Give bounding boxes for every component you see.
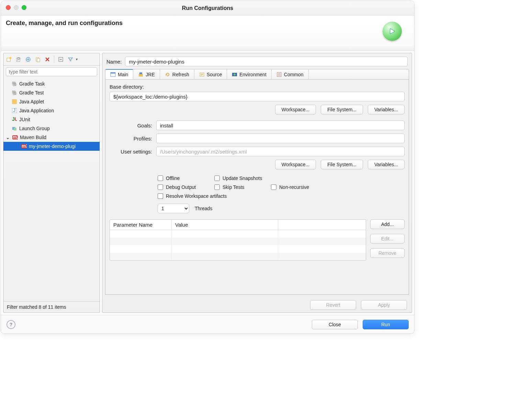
file-system-button[interactable]: File System... bbox=[321, 105, 363, 114]
run-badge-icon bbox=[383, 22, 402, 41]
close-button[interactable]: Close bbox=[312, 320, 358, 329]
svg-rect-6 bbox=[37, 58, 40, 62]
chevron-down-icon[interactable]: ⌄ bbox=[5, 135, 10, 140]
user-settings-buttons: Workspace... File System... Variables... bbox=[110, 160, 405, 169]
jre-tab-icon bbox=[138, 72, 144, 77]
profiles-input[interactable] bbox=[156, 134, 405, 143]
name-input[interactable] bbox=[125, 57, 408, 66]
goals-input[interactable] bbox=[156, 121, 405, 130]
close-window-icon[interactable] bbox=[6, 5, 11, 10]
variables-button-2[interactable]: Variables... bbox=[368, 160, 405, 169]
tree-item-java-applet[interactable]: Java Applet bbox=[3, 97, 100, 106]
run-button[interactable]: Run bbox=[363, 320, 409, 329]
tab-main[interactable]: Main bbox=[105, 69, 133, 79]
checkbox-grid: Offline Update Snapshots Debug Output Sk… bbox=[110, 175, 405, 199]
config-tree[interactable]: 🐘Gradle Task 🐘Gradle Test Java Applet JJ… bbox=[3, 78, 100, 301]
svg-point-24 bbox=[234, 73, 236, 76]
base-directory-input[interactable] bbox=[110, 92, 405, 101]
gradle-icon: 🐘 bbox=[12, 90, 17, 95]
filter-input[interactable] bbox=[6, 67, 97, 76]
footer-buttons: Close Run bbox=[312, 320, 409, 329]
tab-jre[interactable]: JRE bbox=[133, 69, 160, 79]
table-row[interactable] bbox=[110, 230, 366, 238]
delete-icon[interactable] bbox=[43, 55, 52, 64]
goals-row: Goals: bbox=[110, 121, 405, 130]
parameter-area: Parameter Name Value Add... Edit... Remo… bbox=[110, 219, 405, 261]
main-tab-icon bbox=[110, 72, 116, 77]
filter-box bbox=[6, 67, 97, 76]
threads-label: Threads bbox=[195, 206, 212, 211]
toolbar-separator bbox=[54, 56, 54, 63]
resolve-workspace-checkbox[interactable]: Resolve Workspace artifacts bbox=[158, 193, 340, 199]
svg-rect-13 bbox=[14, 128, 16, 130]
form-actions: Revert Apply bbox=[102, 297, 412, 313]
minimize-window-icon[interactable] bbox=[14, 5, 19, 10]
tree-item-gradle-test[interactable]: 🐘Gradle Test bbox=[3, 88, 100, 97]
svg-rect-21 bbox=[139, 72, 142, 74]
environment-tab-icon bbox=[232, 72, 237, 77]
tree-item-my-jmeter-demo[interactable]: m2my-jmeter-demo-plugi bbox=[3, 142, 100, 151]
remove-button[interactable]: Remove bbox=[370, 248, 405, 258]
workspace-button[interactable]: Workspace... bbox=[275, 105, 316, 114]
launch-group-icon bbox=[12, 126, 17, 131]
filter-icon[interactable] bbox=[66, 55, 75, 64]
tab-common[interactable]: Common bbox=[272, 69, 309, 79]
window-controls bbox=[6, 5, 26, 10]
maven-icon: m2 bbox=[21, 144, 27, 149]
apply-button[interactable]: Apply bbox=[361, 300, 407, 310]
update-snapshots-checkbox[interactable]: Update Snapshots bbox=[214, 175, 271, 181]
parameter-table[interactable]: Parameter Name Value bbox=[110, 219, 366, 261]
help-icon[interactable]: ? bbox=[7, 320, 15, 329]
table-row[interactable] bbox=[110, 238, 366, 245]
tree-item-java-application[interactable]: JJava Application bbox=[3, 106, 100, 115]
param-name-header: Parameter Name bbox=[110, 220, 172, 230]
dialog-heading: Create, manage, and run configurations bbox=[6, 20, 123, 27]
tree-item-gradle-task[interactable]: 🐘Gradle Task bbox=[3, 79, 100, 88]
svg-rect-8 bbox=[12, 99, 17, 104]
tree-item-maven-build[interactable]: ⌄m2Maven Build bbox=[3, 133, 100, 142]
new-prototype-icon[interactable]: P bbox=[14, 55, 23, 64]
table-row[interactable] bbox=[110, 253, 366, 260]
java-app-icon: J bbox=[12, 108, 17, 113]
duplicate-icon[interactable] bbox=[34, 55, 42, 64]
tab-environment[interactable]: Environment bbox=[227, 69, 272, 79]
tab-refresh[interactable]: Refresh bbox=[160, 69, 194, 79]
window-title: Run Configurations bbox=[182, 5, 233, 11]
filter-status: Filter matched 8 of 11 items bbox=[3, 301, 100, 313]
tree-item-junit[interactable]: JUJUnit bbox=[3, 115, 100, 124]
skip-tests-checkbox[interactable]: Skip Tests bbox=[214, 184, 271, 190]
export-icon[interactable] bbox=[24, 55, 32, 64]
dialog-footer: ? Close Run bbox=[1, 315, 414, 333]
debug-output-checkbox[interactable]: Debug Output bbox=[158, 184, 214, 190]
zoom-window-icon[interactable] bbox=[22, 5, 26, 10]
parameter-table-header: Parameter Name Value bbox=[110, 220, 366, 230]
tab-source[interactable]: Source bbox=[194, 69, 227, 79]
dialog-body: P ▾ 🐘Gradle Task 🐘Gradle Test Java Apple… bbox=[1, 51, 414, 315]
file-system-button-2[interactable]: File System... bbox=[321, 160, 363, 169]
name-row: Name: bbox=[102, 53, 412, 69]
tab-bar: Main JRE Refresh Source Environment Comm… bbox=[105, 69, 409, 80]
user-settings-input[interactable] bbox=[156, 147, 405, 156]
user-settings-row: User settings: bbox=[110, 147, 405, 156]
svg-point-1 bbox=[9, 57, 11, 59]
table-row[interactable] bbox=[110, 245, 366, 253]
variables-button[interactable]: Variables... bbox=[368, 105, 405, 114]
add-button[interactable]: Add... bbox=[370, 219, 405, 229]
refresh-tab-icon bbox=[165, 72, 170, 77]
common-tab-icon bbox=[276, 72, 282, 77]
offline-checkbox[interactable]: Offline bbox=[158, 175, 214, 181]
non-recursive-checkbox[interactable]: Non-recursive bbox=[271, 184, 340, 190]
svg-text:JU: JU bbox=[12, 117, 17, 122]
revert-button[interactable]: Revert bbox=[310, 300, 356, 310]
threads-select[interactable]: 1 bbox=[158, 204, 189, 213]
new-config-icon[interactable] bbox=[5, 55, 13, 64]
applet-icon bbox=[12, 99, 17, 104]
filter-dropdown-icon[interactable]: ▾ bbox=[76, 57, 78, 61]
workspace-button-2[interactable]: Workspace... bbox=[275, 160, 316, 169]
collapse-all-icon[interactable] bbox=[57, 55, 65, 64]
maven-icon: m2 bbox=[12, 135, 18, 140]
base-directory-label: Base directory: bbox=[110, 84, 405, 90]
edit-button[interactable]: Edit... bbox=[370, 234, 405, 243]
tree-item-launch-group[interactable]: Launch Group bbox=[3, 124, 100, 133]
svg-text:P: P bbox=[17, 57, 20, 62]
